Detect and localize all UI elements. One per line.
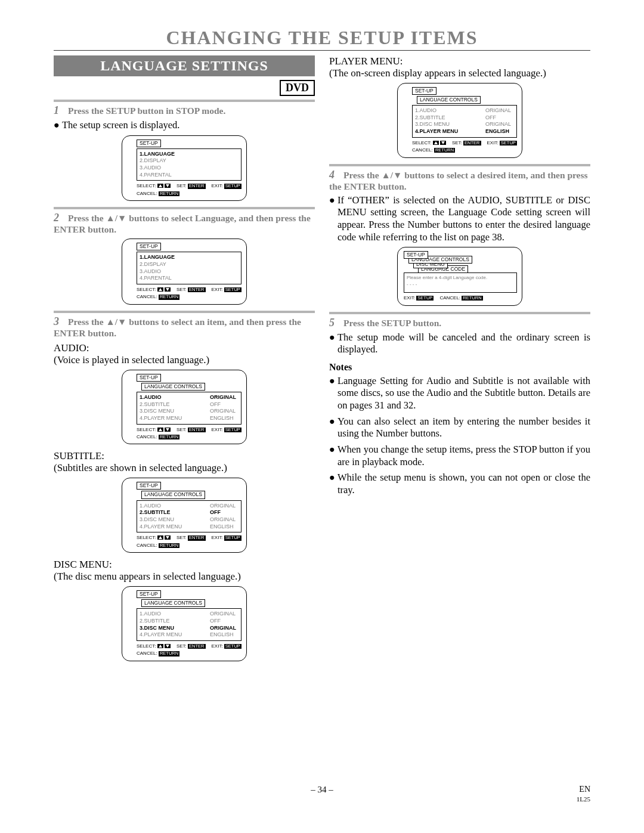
audio-label: AUDIO: <box>54 342 315 354</box>
osd-tab-setup: SET-UP <box>137 374 161 382</box>
osd-tab-setup: SET-UP <box>137 590 161 598</box>
osd-foot-return: RETURN <box>462 296 482 301</box>
osd-lang-discmenu: SET-UP LANGUAGE CONTROLS 1.AUDIOORIGINAL… <box>122 586 247 661</box>
osd-footer: SELECT: SET: ENTER EXIT: SETUP CANCEL: R… <box>137 643 242 657</box>
osd-item: 2.DISPLAY <box>140 261 166 268</box>
note-text: While the setup menu is shown, you can n… <box>338 472 590 496</box>
osd-item: 1.AUDIO <box>140 611 161 618</box>
left-column: LANGUAGE SETTINGS DVD 1Press the SETUP b… <box>54 55 315 667</box>
step-5-bullet: ●The setup mode will be canceled and the… <box>329 332 590 356</box>
osd-footer: SELECT: SET: ENTER EXIT: SETUP CANCEL: R… <box>137 427 242 441</box>
osd-item: 1.LANGUAGE <box>140 254 175 261</box>
osd-footer: EXIT: SETUP CANCEL: RETURN <box>404 295 517 301</box>
osd-foot-select: SELECT: <box>137 643 156 649</box>
osd-language-code: SET-UP LANGUAGE CONTROLS DISC MENU LANGU… <box>397 247 522 305</box>
osd-tab-setup: SET-UP <box>404 251 428 259</box>
step-2: 2Press the ▲/▼ buttons to select Languag… <box>54 212 315 235</box>
osd-foot-setup: SETUP <box>224 287 242 292</box>
osd-foot-return: RETURN <box>159 651 179 656</box>
osd-foot-cancel: CANCEL: <box>439 295 460 301</box>
osd-lang-audio: SET-UP LANGUAGE CONTROLS 1.AUDIOORIGINAL… <box>122 370 247 445</box>
osd-tab-langcontrols: LANGUAGE CONTROLS <box>141 599 205 607</box>
right-column: PLAYER MENU: (The on-screen display appe… <box>329 55 590 667</box>
osd-foot-enter: ENTER <box>188 428 205 432</box>
osd-val: ORIGINAL <box>210 625 239 632</box>
note-text: Language Setting for Audio and Subtitle … <box>338 375 590 412</box>
osd-footer: SELECT: SET: ENTER EXIT: SETUP CANCEL: R… <box>137 287 242 301</box>
osd-foot-cancel: CANCEL: <box>137 191 157 196</box>
osd-item: 3.DISC MENU <box>140 516 174 524</box>
note-item: ●You can also select an item by entering… <box>329 416 590 440</box>
subtitle-desc: (Subtitles are shown in selected languag… <box>54 462 315 474</box>
step-1-bullet: ●The setup screen is displayed. <box>54 119 315 132</box>
osd-tab-setup: SET-UP <box>137 482 161 490</box>
osd-foot-return: RETURN <box>159 295 179 299</box>
divider <box>54 311 315 313</box>
osd-tab-langcontrols: LANGUAGE CONTROLS <box>141 383 205 391</box>
step-4-text: Press the ▲/▼ buttons to select a desire… <box>329 170 588 191</box>
osd-tab-setup: SET-UP <box>412 87 436 95</box>
osd-item: 1.AUDIO <box>140 503 161 510</box>
osd-foot-set: SET: <box>177 287 187 292</box>
osd-val: ORIGINAL <box>210 516 239 524</box>
osd-item: 4.PLAYER MENU <box>415 128 458 135</box>
osd-foot-setup: SETUP <box>500 141 517 145</box>
osd-foot-return: RETURN <box>434 148 455 153</box>
page-footer: – 34 – EN1L25 <box>54 785 590 803</box>
osd-val: OFF <box>210 401 239 408</box>
step-3-text: Press the ▲/▼ buttons to select an item,… <box>54 317 301 338</box>
osd-foot-select: SELECT: <box>412 140 431 145</box>
osd-item: 2.SUBTITLE <box>140 618 170 625</box>
note-text: You can also select an item by entering … <box>338 416 590 440</box>
osd-foot-setup: SETUP <box>224 428 242 432</box>
step-4: 4Press the ▲/▼ buttons to select a desir… <box>329 169 590 192</box>
player-label: PLAYER MENU: <box>329 55 590 67</box>
osd-item: 1.LANGUAGE <box>140 151 175 158</box>
title-rule <box>54 50 590 51</box>
osd-val: OFF <box>210 618 239 625</box>
osd-val: ORIGINAL <box>210 394 239 401</box>
step-5: 5Press the SETUP button. <box>329 317 590 329</box>
osd-foot-setup: SETUP <box>224 535 242 540</box>
step-2-text: Press the ▲/▼ buttons to select Language… <box>54 213 311 234</box>
osd-val: OFF <box>210 509 239 516</box>
osd-foot-enter: ENTER <box>188 644 205 649</box>
note-item: ●When you change the setup items, press … <box>329 444 590 468</box>
osd-footer: SELECT: SET: ENTER EXIT: SETUP CANCEL: R… <box>137 535 242 549</box>
step-4-bullet-text: If “OTHER” is selected on the AUDIO, SUB… <box>338 194 590 244</box>
osd-item: 3.DISC MENU <box>140 408 174 415</box>
step-1-text: Press the SETUP button in STOP mode. <box>68 106 225 116</box>
osd-root-language: SET-UP 1.LANGUAGE 2.DISPLAY 3.AUDIO 4.PA… <box>122 135 247 202</box>
osd-item: 1.AUDIO <box>415 107 436 114</box>
osd-tab-langcontrols: LANGUAGE CONTROLS <box>141 491 205 498</box>
osd-root-language-2: SET-UP 1.LANGUAGE 2.DISPLAY 3.AUDIO 4.PA… <box>122 239 247 305</box>
osd-foot-cancel: CANCEL: <box>137 294 157 299</box>
osd-item: 3.AUDIO <box>140 165 161 172</box>
osd-footer: SELECT: SET: ENTER EXIT: SETUP CANCEL: R… <box>412 140 517 154</box>
divider <box>329 164 590 166</box>
osd-foot-enter: ENTER <box>463 141 481 145</box>
subtitle-label: SUBTITLE: <box>54 450 315 462</box>
osd-foot-exit: EXIT: <box>212 287 223 292</box>
osd-foot-return: RETURN <box>159 191 179 196</box>
osd-val: ENGLISH <box>210 524 239 531</box>
audio-desc: (Voice is played in selected language.) <box>54 354 315 366</box>
divider <box>54 100 315 102</box>
osd-item: 4.PLAYER MENU <box>140 415 182 422</box>
osd-foot-exit: EXIT: <box>487 140 499 145</box>
divider <box>329 312 590 314</box>
osd-lang-playermenu: SET-UP LANGUAGE CONTROLS 1.AUDIOORIGINAL… <box>397 83 522 158</box>
osd-foot-setup: SETUP <box>224 184 242 188</box>
osd-foot-setup: SETUP <box>416 296 434 301</box>
osd-item: 3.DISC MENU <box>415 121 450 128</box>
osd-foot-cancel: CANCEL: <box>137 651 157 656</box>
step-1: 1Press the SETUP button in STOP mode. <box>54 104 315 117</box>
osd-item: 1.AUDIO <box>140 394 162 401</box>
divider <box>54 207 315 209</box>
osd-item: 3.DISC MENU <box>140 625 174 632</box>
step-4-bullet: ●If “OTHER” is selected on the AUDIO, SU… <box>329 194 590 244</box>
osd-foot-cancel: CANCEL: <box>137 434 157 439</box>
osd-item: 4.PARENTAL <box>140 275 172 282</box>
osd-item: 4.PARENTAL <box>140 172 172 179</box>
osd-val: ENGLISH <box>210 631 239 639</box>
